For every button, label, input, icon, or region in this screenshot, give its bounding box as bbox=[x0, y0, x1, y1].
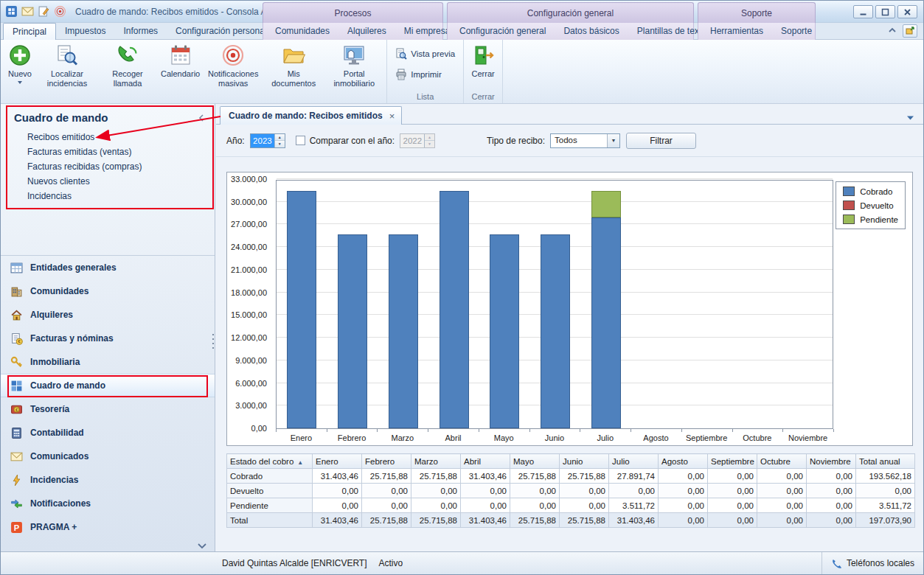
sidebar-scroll-down-icon[interactable] bbox=[197, 541, 207, 548]
dashboard-item-recibos-emitidos[interactable]: Recibos emitidos bbox=[27, 130, 215, 144]
ribbon-button-localizar-incidencias[interactable]: Localizar incidencias bbox=[37, 41, 97, 88]
column-header-abril[interactable]: Abril bbox=[461, 454, 510, 469]
ribbon-tab-soporte[interactable]: Soporte bbox=[772, 23, 821, 40]
column-header-label: Junio bbox=[563, 457, 583, 466]
column-header-label: Estado del cobro bbox=[230, 457, 293, 466]
panel-collapse-icon[interactable] bbox=[197, 114, 206, 122]
table-cell: 0,00 bbox=[411, 498, 461, 513]
nav-item-comunidades[interactable]: Comunidades bbox=[1, 279, 215, 303]
column-header-junio[interactable]: Junio bbox=[560, 454, 609, 469]
column-header-total-anual[interactable]: Total anual bbox=[856, 454, 915, 469]
ribbon-tab-alquileres[interactable]: Alquileres bbox=[338, 23, 395, 40]
column-header-julio[interactable]: Julio bbox=[609, 454, 659, 469]
mail-icon[interactable] bbox=[21, 5, 34, 18]
nav-item-inmobiliaria[interactable]: Inmobiliaria bbox=[1, 350, 215, 374]
ribbon-tab-configuracion-general[interactable]: Configuración general bbox=[451, 23, 555, 40]
bar-segment-cobrado bbox=[440, 191, 469, 428]
ribbon-button-label: Cerrar bbox=[472, 69, 495, 79]
dashboard-item-facturas-emitidas-ventas[interactable]: Facturas emitidas (ventas) bbox=[27, 144, 215, 159]
nav-item-label: Inmobiliaria bbox=[30, 357, 80, 367]
nav-item-entidades-generales[interactable]: Entidades generales bbox=[1, 256, 215, 279]
column-header-label: Septiembre bbox=[711, 457, 754, 466]
nav-item-notificaciones[interactable]: Notificaciones bbox=[1, 492, 215, 515]
minimize-button[interactable] bbox=[853, 5, 873, 18]
close-tab-icon[interactable]: × bbox=[389, 111, 395, 121]
group-caption-cerrar: Cerrar bbox=[466, 92, 500, 103]
x-tick-mark bbox=[327, 429, 327, 432]
ribbon-tab-principal[interactable]: Principal bbox=[3, 23, 56, 40]
nav-item-label: Tesorería bbox=[30, 404, 69, 414]
dashboard-item-facturas-recibidas-compras[interactable]: Facturas recibidas (compras) bbox=[27, 159, 215, 174]
filter-button[interactable]: Filtrar bbox=[626, 133, 696, 149]
nav-item-cuadro-de-mando[interactable]: Cuadro de mando bbox=[1, 374, 215, 397]
bar-segment-cobrado bbox=[490, 234, 519, 428]
close-button[interactable] bbox=[897, 5, 917, 18]
column-header-febrero[interactable]: Febrero bbox=[362, 454, 411, 469]
maximize-button[interactable] bbox=[875, 5, 895, 18]
column-header-enero[interactable]: Enero bbox=[313, 454, 362, 469]
ribbon-tab-configuracion-personal[interactable]: Configuración personal bbox=[167, 23, 275, 40]
ribbon-button-calendario[interactable]: Calendario bbox=[158, 41, 203, 79]
x-tick-mark bbox=[479, 429, 479, 432]
y-tick-label: 3.000,00 bbox=[235, 401, 267, 410]
dashboard-item-incidencias[interactable]: Incidencias bbox=[27, 189, 215, 203]
y-tick-label: 33.000,00 bbox=[231, 175, 267, 184]
nav-item-contabilidad[interactable]: Contabilidad bbox=[1, 421, 215, 445]
broadcast-icon[interactable] bbox=[54, 5, 66, 18]
ribbon-button-portal-inmobiliario[interactable]: Portal inmobiliario bbox=[324, 41, 384, 88]
ribbon-tab-herramientas[interactable]: Herramientas bbox=[701, 23, 772, 40]
dashboard-item-nuevos-clientes[interactable]: Nuevos clientes bbox=[27, 174, 215, 189]
sidebar-splitter[interactable] bbox=[212, 334, 214, 352]
column-header-mayo[interactable]: Mayo bbox=[510, 454, 560, 469]
ribbon-button-recoger-llamada[interactable]: Recoger llamada bbox=[97, 41, 158, 88]
ribbon-tab-datos-basicos[interactable]: Datos básicos bbox=[555, 23, 628, 40]
column-header-estado-del-cobro[interactable]: Estado del cobro▲ bbox=[227, 454, 313, 469]
notifications-icon bbox=[10, 498, 23, 510]
ribbon-button-label: Imprimir bbox=[411, 70, 442, 79]
collapse-ribbon-icon[interactable] bbox=[888, 26, 897, 36]
combo-dropdown-icon[interactable]: ▼ bbox=[607, 134, 619, 147]
nav-item-comunicados[interactable]: Comunicados bbox=[1, 445, 215, 468]
compare-checkbox[interactable] bbox=[296, 136, 305, 145]
nav-item-facturas-y-nominas[interactable]: €Facturas y nóminas bbox=[1, 327, 215, 350]
table-cell: 0,00 bbox=[510, 484, 560, 498]
ribbon-button-notificaciones-masivas[interactable]: Notificaciones masivas bbox=[203, 41, 263, 88]
rentals-icon bbox=[10, 309, 23, 321]
y-tick-label: 6.000,00 bbox=[235, 379, 267, 388]
app-icon[interactable] bbox=[5, 5, 18, 18]
nav-item-pragma[interactable]: PPRAGMA + bbox=[1, 515, 215, 539]
local-phones-button[interactable]: Teléfonos locales bbox=[821, 552, 923, 574]
nav-item-alquileres[interactable]: Alquileres bbox=[1, 303, 215, 327]
nav-item-tesoreria[interactable]: €Tesorería bbox=[1, 397, 215, 421]
document-tab[interactable]: Cuadro de mando: Recibos emitidos × bbox=[220, 106, 402, 125]
ribbon-button-cerrar[interactable]: Cerrar bbox=[466, 41, 500, 79]
nav-item-incidencias[interactable]: Incidencias bbox=[1, 468, 215, 492]
ribbon-button-mis-documentos[interactable]: Mis documentos bbox=[263, 41, 324, 88]
table-cell: 0,00 bbox=[708, 513, 757, 528]
receipt-type-combo[interactable]: Todos ▼ bbox=[550, 133, 620, 148]
table-cell: 25.715,88 bbox=[411, 469, 461, 484]
x-tick-mark bbox=[782, 429, 783, 432]
spinner-up-icon[interactable]: ▲ bbox=[275, 134, 285, 142]
column-header-marzo[interactable]: Marzo bbox=[411, 454, 461, 469]
column-header-octubre[interactable]: Octubre bbox=[757, 454, 807, 469]
column-header-agosto[interactable]: Agosto bbox=[659, 454, 708, 469]
x-tick-label: Mayo bbox=[479, 433, 529, 442]
ribbon-button-imprimir[interactable]: Imprimir bbox=[391, 67, 459, 82]
ribbon-button-vista-previa[interactable]: Vista previa bbox=[391, 46, 459, 61]
compose-icon[interactable] bbox=[38, 5, 50, 18]
year-spinner[interactable]: 2023 ▲ ▼ bbox=[250, 133, 285, 148]
x-tick-label: Julio bbox=[580, 433, 631, 442]
detach-panel-icon[interactable] bbox=[903, 24, 917, 38]
ribbon-tab-informes[interactable]: Informes bbox=[114, 23, 167, 40]
x-tick-mark bbox=[681, 429, 682, 432]
column-header-septiembre[interactable]: Septiembre bbox=[708, 454, 757, 469]
ribbon-tab-comunidades[interactable]: Comunidades bbox=[266, 23, 338, 40]
ribbon-button-nuevo[interactable]: Nuevo bbox=[3, 41, 37, 84]
receipts-table: Estado del cobro▲EneroFebreroMarzoAbrilM… bbox=[226, 453, 915, 528]
tab-list-dropdown-icon[interactable] bbox=[906, 113, 914, 119]
table-cell: 0,00 bbox=[313, 484, 362, 498]
ribbon-tab-impuestos[interactable]: Impuestos bbox=[56, 23, 114, 40]
column-header-noviembre[interactable]: Noviembre bbox=[807, 454, 856, 469]
spinner-down-icon[interactable]: ▼ bbox=[275, 141, 285, 147]
